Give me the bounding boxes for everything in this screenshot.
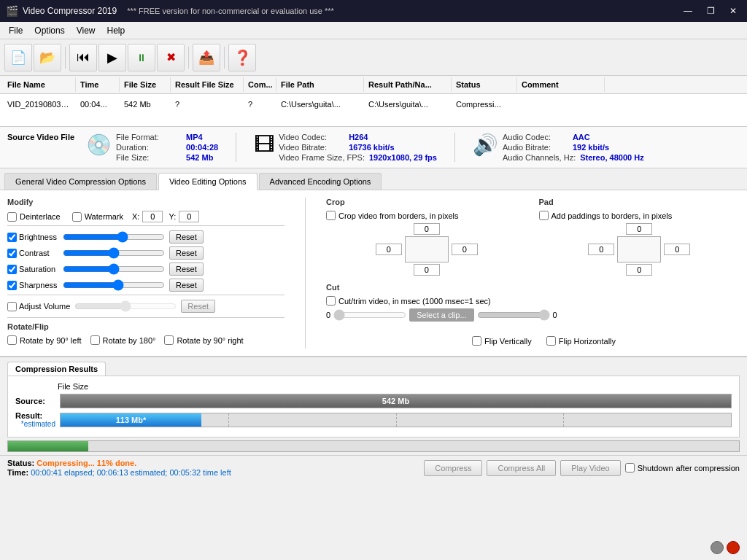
saturation-slider[interactable]: [63, 263, 165, 275]
pad-checkbox-row: Add paddings to borders, in pixels: [539, 211, 740, 220]
menu-file[interactable]: File: [3, 24, 28, 37]
compress-button[interactable]: Compress: [424, 460, 482, 476]
rotate-left-checkbox[interactable]: [7, 335, 17, 345]
select-clip-button[interactable]: Select a clip...: [409, 308, 473, 322]
rotate-180-checkbox[interactable]: [90, 335, 100, 345]
contrast-checkbox[interactable]: [7, 249, 17, 258]
source-duration-val: 00:04:28: [186, 143, 218, 152]
tab-general[interactable]: General Video Compression Options: [4, 173, 157, 190]
col-status[interactable]: Status: [452, 77, 517, 92]
cut-end-slider[interactable]: [477, 309, 550, 321]
rewind-button[interactable]: ⏮: [69, 44, 97, 71]
col-filesize[interactable]: File Size: [120, 77, 171, 92]
tab-advanced[interactable]: Advanced Encoding Options: [259, 173, 382, 190]
col-com[interactable]: Com...: [244, 77, 276, 92]
dvd-icon: 💿: [86, 133, 112, 157]
help-button[interactable]: ❓: [228, 44, 256, 71]
watermark-checkbox[interactable]: [72, 212, 82, 222]
play-button[interactable]: ▶: [98, 44, 126, 71]
cut-slider-row: 0 Select a clip... 0: [326, 308, 740, 322]
col-time[interactable]: Time: [76, 77, 120, 92]
rotate-right-checkbox[interactable]: [164, 335, 174, 345]
source-bar-val: 542 Mb: [382, 397, 409, 405]
crop-checkbox[interactable]: [326, 211, 336, 220]
sharpness-slider[interactable]: [63, 279, 165, 291]
video-icon: 🎞: [254, 133, 274, 157]
results-panel: File Size Source: 542 Mb Result: *estima…: [7, 376, 740, 438]
pad-left[interactable]: [588, 244, 614, 255]
crop-top[interactable]: [414, 223, 440, 235]
menu-options[interactable]: Options: [28, 24, 70, 37]
stop-button[interactable]: ✖: [157, 44, 185, 71]
flip-h-checkbox[interactable]: [546, 336, 556, 346]
play-video-button[interactable]: Play Video: [560, 460, 620, 476]
result-bar-label: Result:: [15, 411, 55, 420]
flip-v-label: Flip Vertically: [484, 337, 532, 346]
deinterlace-checkbox[interactable]: [7, 212, 17, 222]
crop-left[interactable]: [376, 244, 402, 255]
source-bar-container: 542 Mb: [60, 394, 732, 408]
contrast-reset[interactable]: Reset: [169, 246, 204, 260]
crop-right[interactable]: [452, 244, 478, 255]
table-row[interactable]: VID_20190803_1... 00:04... 542 Mb ? ? C:…: [0, 94, 747, 114]
sharpness-checkbox[interactable]: [7, 281, 17, 290]
export-button[interactable]: 📤: [193, 44, 220, 71]
saturation-reset[interactable]: Reset: [169, 262, 204, 276]
filelist: File Name Time File Size Result File Siz…: [0, 76, 747, 127]
flip-v-checkbox[interactable]: [472, 336, 481, 346]
cut-checkbox[interactable]: [326, 296, 336, 306]
pad-checkbox[interactable]: [539, 211, 549, 220]
pad-bottom[interactable]: [626, 264, 652, 276]
col-filename[interactable]: File Name: [3, 77, 76, 92]
pause-button[interactable]: ⏸: [128, 44, 155, 71]
open-folder-button[interactable]: 📂: [34, 44, 61, 71]
saturation-checkbox[interactable]: [7, 265, 17, 274]
col-filepath[interactable]: File Path: [276, 77, 364, 92]
compress-all-button[interactable]: Compress All: [487, 460, 556, 476]
source-format-row: File Format: MP4: [116, 133, 218, 141]
maximize-button[interactable]: ❐: [703, 4, 719, 18]
audio-channels-row: Audio Channels, Hz: Stereo, 48000 Hz: [503, 153, 644, 162]
brightness-reset[interactable]: Reset: [169, 230, 204, 244]
flip-spacer: [326, 336, 457, 349]
minimize-button[interactable]: —: [679, 4, 697, 18]
volume-checkbox[interactable]: [7, 302, 17, 311]
pad-top[interactable]: [626, 223, 652, 235]
watermark-y-input[interactable]: [179, 211, 199, 222]
menu-view[interactable]: View: [71, 24, 101, 37]
close-button[interactable]: ✕: [725, 4, 741, 18]
audio-codec-val: AAC: [573, 133, 590, 141]
source-divider-1: [236, 133, 236, 162]
shutdown-checkbox[interactable]: [625, 463, 635, 472]
rotate-180-item: Rotate by 180°: [90, 335, 156, 345]
col-resultpath[interactable]: Result Path/Na...: [364, 77, 452, 92]
col-comment[interactable]: Comment: [517, 77, 605, 92]
saturation-label-container: Saturation: [7, 265, 58, 274]
cut-start-slider[interactable]: [333, 309, 406, 321]
result-bar-container: 113 Mb*: [60, 413, 732, 427]
red-circle-icon[interactable]: [727, 541, 740, 554]
source-duration-row: Duration: 00:04:28: [116, 143, 218, 152]
cell-com: ?: [244, 97, 276, 112]
crop-bottom[interactable]: [414, 264, 440, 276]
status-key: Status:: [7, 459, 36, 467]
crop-preview: [405, 236, 449, 262]
video-frame-row: Video Frame Size, FPS: 1920x1080, 29 fps: [279, 153, 437, 162]
new-file-button[interactable]: 📄: [4, 44, 32, 71]
menu-help[interactable]: Help: [101, 24, 131, 37]
brightness-checkbox[interactable]: [7, 233, 17, 242]
col-resultsize[interactable]: Result File Size: [171, 77, 244, 92]
progress-bar-inner: [8, 441, 88, 451]
gray-circle-icon[interactable]: [711, 541, 724, 554]
result-bar-val: 113 Mb*: [116, 416, 147, 424]
contrast-slider[interactable]: [63, 247, 165, 259]
tab-video-editing[interactable]: Video Editing Options: [158, 173, 258, 190]
estimated-label: *estimated: [21, 420, 55, 428]
volume-reset[interactable]: Reset: [181, 300, 215, 313]
pad-right[interactable]: [664, 244, 690, 255]
pad-inputs: [539, 223, 740, 276]
watermark-x-input[interactable]: [142, 211, 163, 222]
volume-slider[interactable]: [74, 300, 177, 312]
brightness-slider[interactable]: [63, 231, 165, 243]
sharpness-reset[interactable]: Reset: [169, 279, 204, 292]
